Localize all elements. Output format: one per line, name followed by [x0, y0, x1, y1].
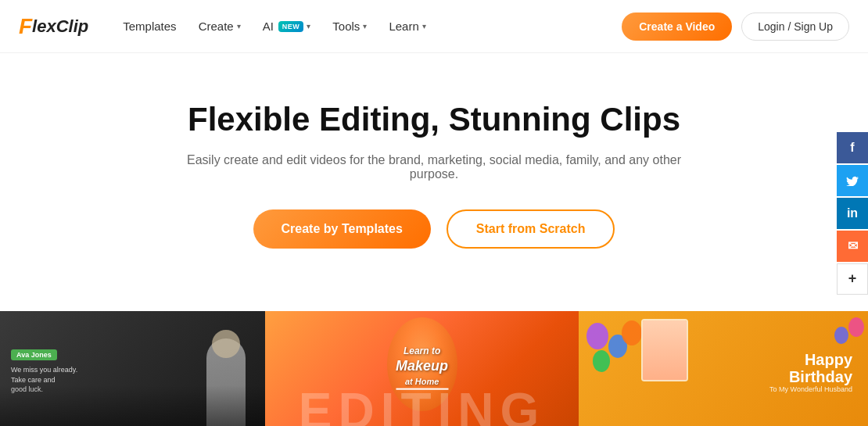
header-actions: Create a Video Login / Sign Up	[622, 13, 849, 41]
login-signup-button[interactable]: Login / Sign Up	[741, 13, 849, 41]
birthday-subtitle: To My Wonderful Husband	[769, 385, 852, 393]
nav-create[interactable]: Create ▾	[189, 13, 250, 39]
preview-panel-person: Ava Jones We miss you already. Take care…	[0, 311, 265, 426]
logo-text: lexClip	[32, 18, 88, 35]
main-nav: Templates Create ▾ AI NEW ▾ Tools ▾ Lear…	[113, 13, 622, 39]
preview-strip: Ava Jones We miss you already. Take care…	[0, 311, 868, 426]
facebook-share-button[interactable]: f	[837, 132, 868, 163]
logo[interactable]: F lexClip	[19, 16, 88, 38]
birthday-title-line1: Happy	[769, 351, 852, 368]
birthday-title-line2: Birthday	[769, 368, 852, 385]
create-by-templates-button[interactable]: Create by Templates	[253, 209, 431, 249]
linkedin-share-button[interactable]: in	[837, 198, 868, 229]
hero-subtitle: Easily create and edit videos for the br…	[168, 153, 700, 181]
nav-templates[interactable]: Templates	[113, 13, 185, 39]
start-from-scratch-button[interactable]: Start from Scratch	[447, 209, 615, 249]
ai-chevron-icon: ▾	[307, 22, 310, 30]
hero-buttons: Create by Templates Start from Scratch	[31, 209, 837, 249]
logo-f: F	[19, 16, 32, 38]
hero-title: Flexible Editing, Stunning Clips	[31, 100, 837, 139]
create-chevron-icon: ▾	[237, 22, 241, 30]
hero-section: Flexible Editing, Stunning Clips Easily …	[0, 53, 868, 311]
more-share-button[interactable]: +	[837, 263, 868, 295]
preview-panel-makeup: Learn to Makeup at Home EDITING	[265, 311, 579, 426]
editing-background-text: EDITING	[299, 382, 546, 426]
learn-chevron-icon: ▾	[422, 22, 426, 30]
ai-new-badge: NEW	[278, 21, 304, 32]
header: F lexClip Templates Create ▾ AI NEW ▾ To…	[0, 0, 868, 53]
create-video-button[interactable]: Create a Video	[622, 13, 732, 41]
nav-tools[interactable]: Tools ▾	[323, 13, 376, 39]
preview-panel-birthday: Happy Birthday To My Wonderful Husband	[579, 311, 868, 426]
nav-ai[interactable]: AI NEW ▾	[253, 13, 321, 39]
chat-badge: Ava Jones	[11, 349, 57, 360]
email-share-button[interactable]: ✉	[837, 231, 868, 262]
social-sidebar: f in ✉ +	[837, 132, 868, 295]
twitter-share-button[interactable]	[837, 165, 868, 196]
birthday-content: Happy Birthday To My Wonderful Husband	[769, 351, 852, 393]
nav-learn[interactable]: Learn ▾	[379, 13, 435, 39]
tools-chevron-icon: ▾	[363, 22, 367, 30]
